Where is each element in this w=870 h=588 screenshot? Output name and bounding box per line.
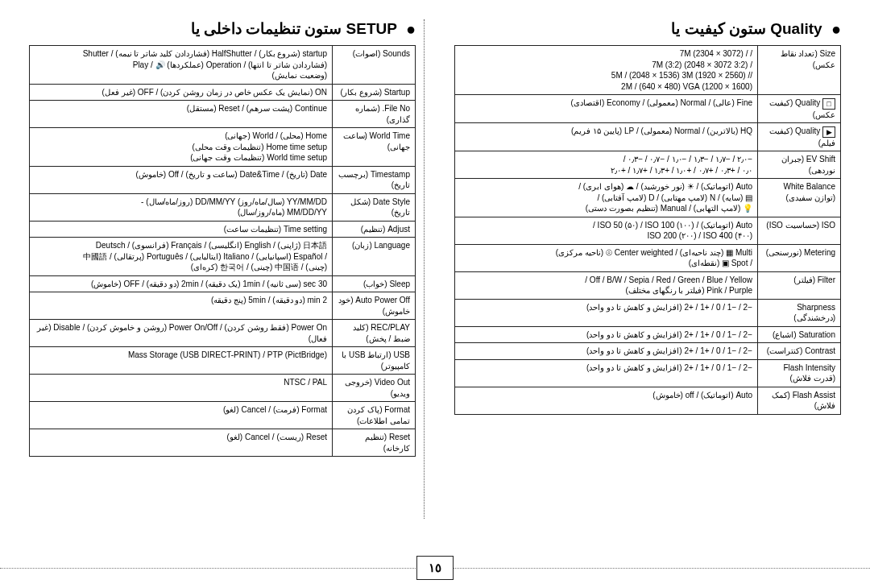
quality-title: ستون کیفیت یا Quality ● bbox=[454, 19, 841, 39]
row-value: YY/MM/DD (سال/ماه/روز) DD/MM/YY (روز/ماه… bbox=[30, 193, 333, 221]
row-label-text: Format (پاک کردن تمامی اطلاعات) bbox=[347, 405, 410, 425]
row-label: Video Out (خروجی ویدیو) bbox=[333, 375, 416, 402]
table-row: Sounds (اصوات)startup (شروع بکار) / Half… bbox=[30, 46, 416, 85]
row-value: Fine (عالی) / Normal (معمولی) / Economy … bbox=[455, 95, 758, 123]
row-label-text: Startup (شروع بکار) bbox=[341, 88, 410, 97]
row-label-text: REC/PLAY (کلید ضبط / پخش) bbox=[353, 323, 410, 343]
row-value: HQ (بالاترین) / Normal (معمولی) / LP (پا… bbox=[455, 123, 758, 151]
table-row: Auto Power Off (خود خاموش)2 min (دو دقیق… bbox=[30, 292, 416, 320]
table-row: Flash Intensity (قدرت فلاش)−2 / −1 / 0 /… bbox=[455, 359, 841, 387]
row-label-text: White Balance (توازن سفیدی) bbox=[784, 182, 835, 202]
row-label: ▶ Quality (کیفیت فیلم) bbox=[758, 123, 841, 151]
column-divider bbox=[424, 19, 425, 519]
row-label: Flash Intensity (قدرت فلاش) bbox=[758, 359, 841, 387]
row-label: □ Quality (کیفیت عکس) bbox=[758, 95, 841, 123]
setup-title: ستون تنظیمات داخلی یا SETUP ● bbox=[29, 19, 416, 39]
bullet-icon: ● bbox=[831, 20, 841, 38]
row-label: File No. (شماره گذاری) bbox=[333, 101, 416, 128]
quality-column: ستون کیفیت یا Quality ● Size (تعداد نقاط… bbox=[454, 19, 841, 519]
row-value: Format (فرمت) / Cancel (لغو) bbox=[30, 402, 333, 429]
row-value: −2 / −1 / 0 / +1 / +2 (افزایش و کاهش تا … bbox=[455, 343, 758, 360]
table-row: World Time (ساعت جهانی)Home (محلی) / Wor… bbox=[30, 128, 416, 167]
row-label: USB (ارتباط USB با کامپیوتر) bbox=[333, 347, 416, 375]
row-label-text: Sounds (اصوات) bbox=[353, 49, 410, 58]
row-label-text: Auto Power Off (خود خاموش) bbox=[338, 296, 410, 316]
row-label: Adjust (تنظیم) bbox=[333, 221, 416, 238]
row-label: Auto Power Off (خود خاموش) bbox=[333, 292, 416, 320]
row-value: Auto (اتوماتیک) / ☀ (نور خورشید) / ☁ (هو… bbox=[455, 179, 758, 217]
row-value: 日本語 (ژاپنی) / English (انگلیسی) / França… bbox=[30, 238, 333, 276]
table-row: Format (پاک کردن تمامی اطلاعات)Format (ف… bbox=[30, 402, 416, 429]
bullet-icon: ● bbox=[406, 20, 416, 38]
row-value: Date (تاریخ) / Date&Time (ساعت و تاریخ) … bbox=[30, 166, 333, 193]
row-label-text: World Time (ساعت جهانی) bbox=[343, 131, 411, 151]
table-row: Language (زبان)日本語 (ژاپنی) / English (ان… bbox=[30, 238, 416, 276]
row-value: 2 min (دو دقیقه) / 5min (پنج دقیقه) bbox=[30, 292, 333, 320]
row-icon: ▶ bbox=[822, 126, 835, 138]
row-label-text: Filter (فیلتر) bbox=[793, 275, 835, 284]
page: ستون تنظیمات داخلی یا SETUP ● Sounds (اص… bbox=[0, 0, 870, 588]
row-value: −2 / −1 / 0 / +1 / +2 (افزایش و کاهش تا … bbox=[455, 359, 758, 387]
row-label-text: Adjust (تنظیم) bbox=[361, 225, 410, 234]
row-label: Flash Assist (کمک فلاش) bbox=[758, 387, 841, 414]
row-label: Timestamp (برچسب تاریخ) bbox=[333, 166, 416, 193]
table-row: Contrast (کنتراست)−2 / −1 / 0 / +1 / +2 … bbox=[455, 343, 841, 360]
row-label-text: ISO (حساسیت ISO) bbox=[766, 221, 835, 230]
table-row: White Balance (توازن سفیدی)Auto (اتوماتی… bbox=[455, 179, 841, 217]
row-label-text: Contrast (کنتراست) bbox=[767, 346, 835, 355]
table-row: Flash Assist (کمک فلاش)Auto (اتوماتیک) /… bbox=[455, 387, 841, 414]
row-value: Home (محلی) / World (جهانی) Home time se… bbox=[30, 128, 333, 167]
table-row: Sharpness (درخشندگی)−2 / −1 / 0 / +1 / +… bbox=[455, 299, 841, 326]
row-value: startup (شروع بکار) / HalfShutter (فشارد… bbox=[30, 46, 333, 85]
table-row: ISO (حساسیت ISO)Auto (اتوماتیک) / ISO 50… bbox=[455, 217, 841, 244]
row-label-text: Sharpness (درخشندگی) bbox=[793, 303, 835, 323]
row-label: REC/PLAY (کلید ضبط / پخش) bbox=[333, 320, 416, 347]
row-value: Auto (اتوماتیک) / ISO 50 (۵۰) / ISO 100 … bbox=[455, 217, 758, 244]
row-value: Multi ▦ (چند ناحیه‌ای) / Center weighted… bbox=[455, 244, 758, 271]
row-label-text: Flash Intensity (قدرت فلاش) bbox=[784, 363, 835, 383]
row-label: Language (زبان) bbox=[333, 238, 416, 276]
row-label: EV Shift (جبران نوردهی) bbox=[758, 151, 841, 179]
row-label-text: Sleep (خواب) bbox=[363, 280, 410, 288]
row-label-text: Flash Assist (کمک فلاش) bbox=[772, 391, 835, 411]
row-value: 30 sec (سی ثانیه) / 1min (یک دقیقه) / 2m… bbox=[30, 275, 333, 292]
setup-column: ستون تنظیمات داخلی یا SETUP ● Sounds (اص… bbox=[29, 19, 416, 519]
row-label-text: Date Style (شکل تاریخ) bbox=[350, 197, 410, 217]
row-label-text: Metering (نورسنجی) bbox=[766, 248, 835, 257]
row-value: Auto (اتوماتیک) / off (خاموش) bbox=[455, 387, 758, 414]
table-row: Adjust (تنظیم)Time setting (تنظیمات ساعت… bbox=[30, 221, 416, 238]
row-value: Off / B/W / Sepia / Red / Green / Blue /… bbox=[455, 271, 758, 299]
row-value: Time setting (تنظیمات ساعت) bbox=[30, 221, 333, 238]
row-label: Sleep (خواب) bbox=[333, 275, 416, 292]
table-row: Sleep (خواب)30 sec (سی ثانیه) / 1min (یک… bbox=[30, 275, 416, 292]
row-label: World Time (ساعت جهانی) bbox=[333, 128, 416, 167]
columns: ستون تنظیمات داخلی یا SETUP ● Sounds (اص… bbox=[29, 19, 841, 519]
row-value: ON (نمایش یک عکس خاص در زمان روشن کردن) … bbox=[30, 84, 333, 101]
row-label: White Balance (توازن سفیدی) bbox=[758, 179, 841, 217]
row-label: Startup (شروع بکار) bbox=[333, 84, 416, 101]
row-label: Filter (فیلتر) bbox=[758, 271, 841, 299]
table-row: Video Out (خروجی ویدیو)NTSC / PAL bbox=[30, 375, 416, 402]
table-row: Timestamp (برچسب تاریخ)Date (تاریخ) / Da… bbox=[30, 166, 416, 193]
row-value: Mass Storage (USB DIRECT-PRINT) / PTP (P… bbox=[30, 347, 333, 375]
setup-table: Sounds (اصوات)startup (شروع بکار) / Half… bbox=[29, 45, 416, 457]
table-row: □ Quality (کیفیت عکس)Fine (عالی) / Norma… bbox=[455, 95, 841, 123]
row-label-text: Language (زبان) bbox=[352, 241, 410, 250]
row-label: Sounds (اصوات) bbox=[333, 46, 416, 85]
table-row: REC/PLAY (کلید ضبط / پخش)Power On (فقط ر… bbox=[30, 320, 416, 347]
row-label: Contrast (کنتراست) bbox=[758, 343, 841, 360]
row-label: ISO (حساسیت ISO) bbox=[758, 217, 841, 244]
row-label-text: Saturation (اشباع) bbox=[773, 330, 835, 339]
table-row: Saturation (اشباع)−2 / −1 / 0 / +1 / +2 … bbox=[455, 326, 841, 343]
row-value: Continue (پشت سرهم) / Reset (مستقل) bbox=[30, 101, 333, 128]
row-label: Size (تعداد نقاط عکس) bbox=[758, 46, 841, 95]
table-row: File No. (شماره گذاری)Continue (پشت سرهم… bbox=[30, 101, 416, 128]
row-value: Reset (ریست) / Cancel (لغو) bbox=[30, 429, 333, 457]
row-label: Sharpness (درخشندگی) bbox=[758, 299, 841, 326]
row-value: / / (3072 × 2304) 7M / (3:2 3072 × 2048)… bbox=[455, 46, 758, 95]
row-value: Power On (فقط روشن کردن) / Power On/Off … bbox=[30, 320, 333, 347]
table-row: Startup (شروع بکار)ON (نمایش یک عکس خاص … bbox=[30, 84, 416, 101]
setup-title-text: ستون تنظیمات داخلی یا SETUP bbox=[191, 20, 397, 37]
table-row: Filter (فیلتر)Off / B/W / Sepia / Red / … bbox=[455, 271, 841, 299]
row-value: −۲٫۰ / −۱٫۷ / −۱٫۳ / −۱٫۰ / −۰٫۷ / −۰٫۳ … bbox=[455, 151, 758, 179]
